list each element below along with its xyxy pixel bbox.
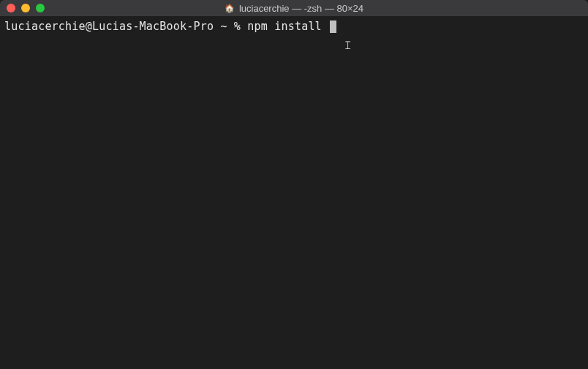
block-cursor bbox=[330, 20, 336, 33]
close-button[interactable] bbox=[7, 4, 15, 12]
window-title: luciacerchie — -zsh — 80×24 bbox=[239, 3, 363, 14]
traffic-lights bbox=[0, 4, 45, 12]
window-title-wrap: 🏠 luciacerchie — -zsh — 80×24 bbox=[0, 3, 588, 14]
text-cursor-ibeam: 𝙸 bbox=[344, 38, 352, 53]
terminal-line: luciacerchie@Lucias-MacBook-Pro ~ % npm … bbox=[4, 19, 584, 34]
zoom-button[interactable] bbox=[36, 4, 45, 12]
titlebar[interactable]: 🏠 luciacerchie — -zsh — 80×24 bbox=[0, 0, 588, 16]
minimize-button[interactable] bbox=[21, 4, 30, 12]
terminal-viewport[interactable]: luciacerchie@Lucias-MacBook-Pro ~ % npm … bbox=[0, 16, 588, 369]
shell-prompt: luciacerchie@Lucias-MacBook-Pro ~ % bbox=[4, 19, 247, 34]
command-input[interactable]: npm install bbox=[247, 19, 328, 34]
home-icon: 🏠 bbox=[225, 4, 235, 12]
